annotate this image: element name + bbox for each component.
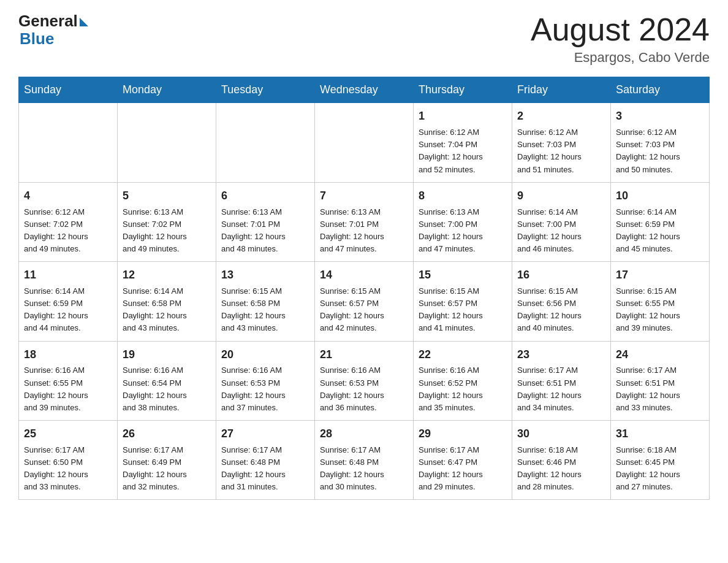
calendar-cell: 27Sunrise: 6:17 AM Sunset: 6:48 PM Dayli… bbox=[216, 421, 315, 500]
day-info: Sunrise: 6:13 AM Sunset: 7:01 PM Dayligh… bbox=[320, 206, 408, 256]
day-info: Sunrise: 6:15 AM Sunset: 6:56 PM Dayligh… bbox=[517, 285, 605, 335]
day-info: Sunrise: 6:16 AM Sunset: 6:53 PM Dayligh… bbox=[221, 364, 309, 414]
calendar-cell: 2Sunrise: 6:12 AM Sunset: 7:03 PM Daylig… bbox=[512, 103, 611, 182]
day-number: 10 bbox=[616, 188, 704, 205]
weekday-header-wednesday: Wednesday bbox=[315, 77, 414, 103]
day-number: 31 bbox=[616, 426, 704, 443]
calendar-cell: 22Sunrise: 6:16 AM Sunset: 6:52 PM Dayli… bbox=[414, 341, 512, 420]
calendar-cell: 23Sunrise: 6:17 AM Sunset: 6:51 PM Dayli… bbox=[512, 341, 611, 420]
weekday-header-saturday: Saturday bbox=[611, 77, 710, 103]
day-info: Sunrise: 6:17 AM Sunset: 6:47 PM Dayligh… bbox=[419, 444, 507, 494]
calendar-cell: 18Sunrise: 6:16 AM Sunset: 6:55 PM Dayli… bbox=[19, 341, 118, 420]
day-info: Sunrise: 6:18 AM Sunset: 6:45 PM Dayligh… bbox=[616, 444, 704, 494]
weekday-header-tuesday: Tuesday bbox=[216, 77, 315, 103]
day-number: 1 bbox=[419, 108, 507, 125]
calendar-cell: 1Sunrise: 6:12 AM Sunset: 7:04 PM Daylig… bbox=[414, 103, 512, 182]
calendar-table: SundayMondayTuesdayWednesdayThursdayFrid… bbox=[18, 77, 710, 500]
page-header: General Blue August 2024 Espargos, Cabo … bbox=[18, 12, 710, 66]
calendar-cell: 28Sunrise: 6:17 AM Sunset: 6:48 PM Dayli… bbox=[315, 421, 414, 500]
calendar-week-row: 18Sunrise: 6:16 AM Sunset: 6:55 PM Dayli… bbox=[19, 341, 710, 420]
calendar-cell: 3Sunrise: 6:12 AM Sunset: 7:03 PM Daylig… bbox=[611, 103, 710, 182]
day-number: 30 bbox=[517, 426, 605, 443]
weekday-header-friday: Friday bbox=[512, 77, 611, 103]
calendar-cell bbox=[19, 103, 118, 182]
day-info: Sunrise: 6:15 AM Sunset: 6:55 PM Dayligh… bbox=[616, 285, 704, 335]
day-number: 18 bbox=[24, 347, 112, 364]
location-label: Espargos, Cabo Verde bbox=[531, 50, 710, 66]
day-number: 23 bbox=[517, 347, 605, 364]
day-number: 6 bbox=[221, 188, 309, 205]
calendar-cell bbox=[118, 103, 216, 182]
day-info: Sunrise: 6:17 AM Sunset: 6:49 PM Dayligh… bbox=[123, 444, 211, 494]
day-number: 24 bbox=[616, 347, 704, 364]
day-number: 2 bbox=[517, 108, 605, 125]
day-info: Sunrise: 6:14 AM Sunset: 6:59 PM Dayligh… bbox=[24, 285, 112, 335]
weekday-header-thursday: Thursday bbox=[414, 77, 512, 103]
day-number: 25 bbox=[24, 426, 112, 443]
calendar-cell: 5Sunrise: 6:13 AM Sunset: 7:02 PM Daylig… bbox=[118, 182, 216, 261]
calendar-cell: 8Sunrise: 6:13 AM Sunset: 7:00 PM Daylig… bbox=[414, 182, 512, 261]
day-info: Sunrise: 6:16 AM Sunset: 6:54 PM Dayligh… bbox=[123, 364, 211, 414]
calendar-cell: 7Sunrise: 6:13 AM Sunset: 7:01 PM Daylig… bbox=[315, 182, 414, 261]
day-info: Sunrise: 6:13 AM Sunset: 7:02 PM Dayligh… bbox=[123, 206, 211, 256]
day-number: 4 bbox=[24, 188, 112, 205]
day-number: 12 bbox=[123, 267, 211, 284]
calendar-cell: 31Sunrise: 6:18 AM Sunset: 6:45 PM Dayli… bbox=[611, 421, 710, 500]
day-info: Sunrise: 6:12 AM Sunset: 7:03 PM Dayligh… bbox=[616, 126, 704, 176]
month-title: August 2024 bbox=[531, 12, 710, 47]
day-number: 5 bbox=[123, 188, 211, 205]
day-info: Sunrise: 6:17 AM Sunset: 6:51 PM Dayligh… bbox=[616, 364, 704, 414]
calendar-cell: 15Sunrise: 6:15 AM Sunset: 6:57 PM Dayli… bbox=[414, 262, 512, 341]
day-number: 27 bbox=[221, 426, 309, 443]
day-number: 29 bbox=[419, 426, 507, 443]
weekday-header-monday: Monday bbox=[118, 77, 216, 103]
day-number: 22 bbox=[419, 347, 507, 364]
calendar-cell: 17Sunrise: 6:15 AM Sunset: 6:55 PM Dayli… bbox=[611, 262, 710, 341]
day-info: Sunrise: 6:14 AM Sunset: 6:58 PM Dayligh… bbox=[123, 285, 211, 335]
day-number: 21 bbox=[320, 347, 408, 364]
day-info: Sunrise: 6:12 AM Sunset: 7:02 PM Dayligh… bbox=[24, 206, 112, 256]
calendar-cell: 21Sunrise: 6:16 AM Sunset: 6:53 PM Dayli… bbox=[315, 341, 414, 420]
day-number: 19 bbox=[123, 347, 211, 364]
day-info: Sunrise: 6:13 AM Sunset: 7:00 PM Dayligh… bbox=[419, 206, 507, 256]
calendar-header-row: SundayMondayTuesdayWednesdayThursdayFrid… bbox=[19, 77, 710, 103]
calendar-cell: 12Sunrise: 6:14 AM Sunset: 6:58 PM Dayli… bbox=[118, 262, 216, 341]
logo-triangle-icon bbox=[80, 18, 88, 26]
day-info: Sunrise: 6:13 AM Sunset: 7:01 PM Dayligh… bbox=[221, 206, 309, 256]
day-number: 9 bbox=[517, 188, 605, 205]
day-info: Sunrise: 6:17 AM Sunset: 6:48 PM Dayligh… bbox=[221, 444, 309, 494]
logo-general-text: General bbox=[18, 12, 78, 30]
day-info: Sunrise: 6:15 AM Sunset: 6:57 PM Dayligh… bbox=[320, 285, 408, 335]
day-number: 17 bbox=[616, 267, 704, 284]
weekday-header-sunday: Sunday bbox=[19, 77, 118, 103]
calendar-cell: 14Sunrise: 6:15 AM Sunset: 6:57 PM Dayli… bbox=[315, 262, 414, 341]
day-info: Sunrise: 6:12 AM Sunset: 7:04 PM Dayligh… bbox=[419, 126, 507, 176]
day-info: Sunrise: 6:16 AM Sunset: 6:53 PM Dayligh… bbox=[320, 364, 408, 414]
day-number: 26 bbox=[123, 426, 211, 443]
day-info: Sunrise: 6:15 AM Sunset: 6:58 PM Dayligh… bbox=[221, 285, 309, 335]
calendar-cell: 20Sunrise: 6:16 AM Sunset: 6:53 PM Dayli… bbox=[216, 341, 315, 420]
day-info: Sunrise: 6:14 AM Sunset: 6:59 PM Dayligh… bbox=[616, 206, 704, 256]
calendar-cell: 19Sunrise: 6:16 AM Sunset: 6:54 PM Dayli… bbox=[118, 341, 216, 420]
day-info: Sunrise: 6:17 AM Sunset: 6:50 PM Dayligh… bbox=[24, 444, 112, 494]
day-number: 15 bbox=[419, 267, 507, 284]
day-number: 16 bbox=[517, 267, 605, 284]
calendar-cell bbox=[216, 103, 315, 182]
calendar-week-row: 1Sunrise: 6:12 AM Sunset: 7:04 PM Daylig… bbox=[19, 103, 710, 182]
calendar-week-row: 25Sunrise: 6:17 AM Sunset: 6:50 PM Dayli… bbox=[19, 421, 710, 500]
title-block: August 2024 Espargos, Cabo Verde bbox=[531, 12, 710, 66]
calendar-cell bbox=[315, 103, 414, 182]
calendar-cell: 11Sunrise: 6:14 AM Sunset: 6:59 PM Dayli… bbox=[19, 262, 118, 341]
day-number: 11 bbox=[24, 267, 112, 284]
calendar-cell: 6Sunrise: 6:13 AM Sunset: 7:01 PM Daylig… bbox=[216, 182, 315, 261]
day-info: Sunrise: 6:18 AM Sunset: 6:46 PM Dayligh… bbox=[517, 444, 605, 494]
calendar-cell: 30Sunrise: 6:18 AM Sunset: 6:46 PM Dayli… bbox=[512, 421, 611, 500]
day-number: 7 bbox=[320, 188, 408, 205]
day-info: Sunrise: 6:14 AM Sunset: 7:00 PM Dayligh… bbox=[517, 206, 605, 256]
calendar-week-row: 11Sunrise: 6:14 AM Sunset: 6:59 PM Dayli… bbox=[19, 262, 710, 341]
day-number: 8 bbox=[419, 188, 507, 205]
day-info: Sunrise: 6:17 AM Sunset: 6:51 PM Dayligh… bbox=[517, 364, 605, 414]
calendar-cell: 25Sunrise: 6:17 AM Sunset: 6:50 PM Dayli… bbox=[19, 421, 118, 500]
calendar-week-row: 4Sunrise: 6:12 AM Sunset: 7:02 PM Daylig… bbox=[19, 182, 710, 261]
calendar-cell: 24Sunrise: 6:17 AM Sunset: 6:51 PM Dayli… bbox=[611, 341, 710, 420]
